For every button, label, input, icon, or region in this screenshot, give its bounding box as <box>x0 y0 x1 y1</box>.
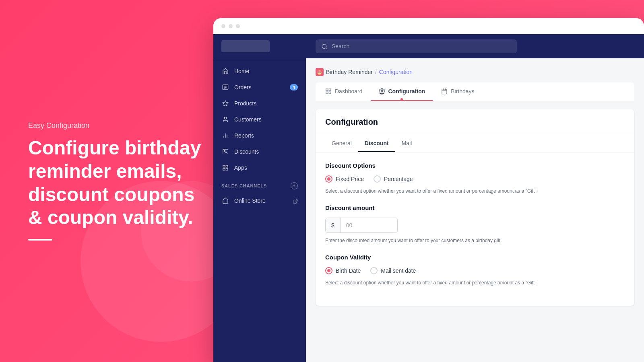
breadcrumb-icon: 🎂 <box>316 68 324 76</box>
sidebar-logo <box>213 34 306 58</box>
sidebar-label-reports: Reports <box>234 132 254 139</box>
orders-icon <box>221 83 229 91</box>
radio-fixed-price-label: Fixed Price <box>336 176 364 182</box>
sales-channels-label: SALES CHANNELS <box>221 183 267 188</box>
currency-prefix: $ <box>326 218 341 232</box>
radio-mail-sent-label: Mail sent date <box>381 267 416 274</box>
tab-configuration[interactable]: Configuration <box>371 82 433 101</box>
tab-dashboard[interactable]: Dashboard <box>317 82 371 101</box>
radio-mail-sent[interactable]: Mail sent date <box>370 267 416 274</box>
tab-birthdays[interactable]: Birthdays <box>433 82 482 101</box>
headline: Configure birthday reminder emails, disc… <box>28 136 201 229</box>
config-tab-general[interactable]: General <box>325 135 358 152</box>
config-sub-tabs: General Discount Mail <box>316 135 634 152</box>
discount-amount-field[interactable] <box>341 218 397 232</box>
sidebar: Home Orders 4 <box>213 34 306 362</box>
svg-rect-19 <box>326 89 328 91</box>
discount-options-hint: Select a discount option whether you wan… <box>325 187 625 195</box>
tab-configuration-label: Configuration <box>388 88 425 95</box>
coupon-radio-group: Birth Date Mail sent date <box>325 267 625 274</box>
discount-amount-section: Discount amount $ Enter the discounted a… <box>325 204 625 244</box>
customers-icon <box>221 115 229 123</box>
app-tabs: Dashboard Configuration Birthdays <box>316 82 634 101</box>
sidebar-item-orders[interactable]: Orders 4 <box>213 79 306 95</box>
sidebar-label-customers: Customers <box>234 116 262 123</box>
logo <box>221 40 270 52</box>
discount-amount-title: Discount amount <box>325 204 625 211</box>
sidebar-nav: Home Orders 4 <box>213 58 306 362</box>
config-tab-mail[interactable]: Mail <box>395 135 419 152</box>
radio-percentage-label: Percentage <box>384 176 413 182</box>
search-box[interactable] <box>316 39 517 53</box>
radio-percentage-circle <box>374 175 381 183</box>
tagline: Easy Configuration <box>28 121 201 130</box>
top-bar <box>306 34 644 58</box>
online-store-label: Online Store <box>234 197 266 204</box>
discount-amount-hint: Enter the discounted amount you want to … <box>325 237 625 244</box>
sidebar-item-discounts[interactable]: Discounts <box>213 144 306 160</box>
radio-birth-date[interactable]: Birth Date <box>325 267 361 274</box>
breadcrumb-app: Birthday Reminder <box>326 69 373 75</box>
products-icon <box>221 99 229 107</box>
reports-icon <box>221 132 229 140</box>
svg-rect-13 <box>226 165 228 167</box>
sidebar-item-reports[interactable]: Reports <box>213 128 306 144</box>
sidebar-item-home[interactable]: Home <box>213 63 306 79</box>
discount-options-section: Discount Options Fixed Price Percentage <box>325 162 625 195</box>
online-store-icon <box>221 197 229 205</box>
sidebar-item-apps[interactable]: Apps <box>213 160 306 176</box>
radio-percentage[interactable]: Percentage <box>374 175 413 183</box>
radio-mail-sent-circle <box>370 267 378 274</box>
app-layout: Home Orders 4 <box>213 34 644 362</box>
config-tab-discount[interactable]: Discount <box>358 135 395 152</box>
svg-rect-24 <box>442 89 447 94</box>
browser-dot-3 <box>236 24 240 28</box>
headline-underline <box>28 239 52 241</box>
config-card-header: Configuration <box>316 109 634 135</box>
search-input[interactable] <box>332 43 511 49</box>
browser-bar <box>213 18 644 34</box>
config-tab-mail-label: Mail <box>402 140 412 146</box>
sidebar-item-customers[interactable]: Customers <box>213 111 306 128</box>
svg-rect-20 <box>329 89 331 91</box>
configuration-card: Configuration General Discount Mail <box>316 109 634 306</box>
svg-point-5 <box>224 117 226 119</box>
external-link-icon <box>293 197 298 204</box>
tab-birthdays-label: Birthdays <box>451 88 474 95</box>
search-icon <box>321 43 328 50</box>
home-icon <box>221 67 229 75</box>
tab-active-dot <box>400 98 403 101</box>
svg-rect-21 <box>326 92 328 94</box>
svg-rect-14 <box>223 168 225 170</box>
svg-rect-12 <box>223 165 225 167</box>
svg-line-16 <box>295 199 297 202</box>
svg-line-11 <box>223 149 228 154</box>
sidebar-label-products: Products <box>234 100 256 107</box>
svg-line-18 <box>326 48 327 49</box>
radio-fixed-price-circle <box>325 175 332 183</box>
breadcrumb: 🎂 Birthday Reminder / Configuration <box>316 68 634 76</box>
coupon-validity-section: Coupon Validity Birth Date Mail sent dat… <box>325 254 625 286</box>
coupon-validity-hint: Select a discount option whether you wan… <box>325 279 625 286</box>
breadcrumb-current: Configuration <box>379 69 413 75</box>
add-channel-button[interactable]: + <box>291 182 298 189</box>
discount-options-title: Discount Options <box>325 162 625 169</box>
config-tab-general-label: General <box>332 140 352 146</box>
sidebar-item-online-store[interactable]: Online Store <box>213 193 306 209</box>
browser-dot-1 <box>221 24 225 28</box>
radio-fixed-price[interactable]: Fixed Price <box>325 175 364 183</box>
discounts-icon <box>221 148 229 156</box>
browser-dot-2 <box>229 24 233 28</box>
svg-rect-22 <box>329 92 331 94</box>
sidebar-item-products[interactable]: Products <box>213 95 306 111</box>
main-content: 🎂 Birthday Reminder / Configuration Dash… <box>306 34 644 362</box>
breadcrumb-separator: / <box>375 69 377 75</box>
coupon-validity-title: Coupon Validity <box>325 254 625 261</box>
svg-point-23 <box>381 90 383 92</box>
svg-rect-15 <box>226 168 228 170</box>
radio-birth-date-circle <box>325 267 332 274</box>
sales-channels-header: SALES CHANNELS + <box>213 176 306 193</box>
svg-marker-4 <box>223 101 228 106</box>
config-card-title: Configuration <box>325 117 625 127</box>
discount-amount-input-group: $ <box>325 218 398 233</box>
